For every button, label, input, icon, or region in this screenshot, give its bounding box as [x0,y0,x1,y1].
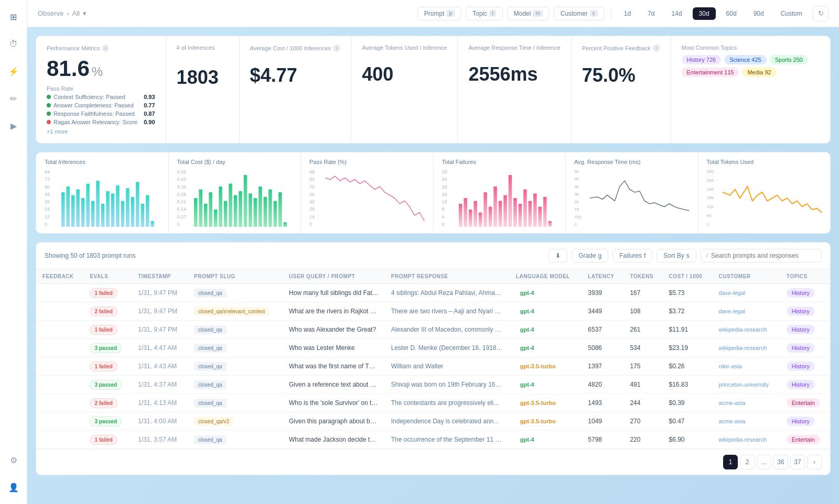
sidebar-icon-user[interactable]: 👤 [5,479,22,496]
topic-chip-entertainment[interactable]: Entertainment 115 [682,68,739,77]
cell-customer: acme-asia [713,394,780,412]
refresh-button[interactable]: ↻ [813,6,829,21]
more-evals[interactable]: +1 more [47,128,155,135]
sidebar-icon-grid[interactable]: ⊞ [5,8,22,25]
positive-feedback-label: Percent Positive Feedback i [582,45,660,52]
sidebar-icon-clock[interactable]: ⏱ [5,36,22,52]
filter-customer[interactable]: Customer c [554,7,605,20]
date-custom[interactable]: Custom [775,7,809,20]
filter-prompt[interactable]: Prompt p [417,7,461,20]
cell-slug: closed_qa [188,321,283,339]
search-input[interactable] [711,252,816,259]
table-row[interactable]: 2 failed 1/31, 9:47 PM closed_qa/irrelev… [36,302,830,321]
page-1[interactable]: 1 [723,455,738,469]
svg-rect-43 [483,192,487,227]
breadcrumb-chevron: ▾ [83,9,87,17]
avg-tokens-section: Average Tokens Used / Inference 400 [351,36,458,143]
svg-rect-17 [146,195,149,227]
date-7d[interactable]: 7d [641,7,661,20]
chart-inferences-label: Total Inferences [45,159,160,165]
cell-tokens: 108 [623,302,662,321]
eval-name-1: Context Sufficiency: Passed [53,94,125,100]
svg-rect-20 [199,190,202,227]
table-row[interactable]: 1 failed 1/31, 3:57 AM closed_qa What ma… [36,431,830,449]
cell-query: What was the first name of Thomas Attewe… [283,357,385,376]
eval-score-1: 0.93 [144,94,155,100]
svg-rect-47 [503,195,507,227]
breadcrumb-observe[interactable]: Observe [38,9,63,17]
breadcrumb: Observe › All ▾ [38,9,87,17]
cell-model: gpt-4 [510,431,582,449]
filter-topic[interactable]: Topic t [466,7,503,20]
date-1d[interactable]: 1d [618,7,637,20]
col-query: USER QUERY / PROMPT [283,269,385,284]
table-row[interactable]: 1 failed 1/31, 9:47 PM closed_qa Who was… [36,321,830,339]
svg-rect-25 [223,201,227,227]
cell-topic: History [780,321,830,339]
page-37[interactable]: 37 [790,455,805,469]
date-14d[interactable]: 14d [665,7,689,20]
eval-name-4: Ragas Answer Relevancy: Score [53,119,137,125]
cell-cost: $0.47 [662,412,712,431]
svg-rect-37 [283,222,287,227]
date-30d[interactable]: 30d [693,7,716,20]
cell-response: 4 siblings: Abdul Reza Pahlavi, Ahmad Re… [385,284,510,302]
grade-button[interactable]: Grade g [572,249,608,262]
cell-response: There are two rivers – Aaji and Nyari – … [385,302,510,321]
cell-customer: princeton-university [713,376,780,394]
cell-latency: 1397 [582,357,623,376]
table-row[interactable]: 3 passed 1/31, 4:47 AM closed_qa Who was… [36,339,830,357]
chart-pass-rate: Pass Rate (%) 988470564228140 [301,152,434,233]
table-row[interactable]: 1 failed 1/31, 4:43 AM closed_qa What wa… [36,357,830,376]
svg-rect-44 [488,207,492,227]
sidebar-icon-play[interactable]: ▶ [5,117,22,134]
cell-model: gpt-4 [510,302,582,321]
cell-query: What are the rivers in Rajkot area? [283,302,385,321]
avg-response-value: 2556ms [468,63,560,85]
topic-chip-sports[interactable]: Sports 250 [770,55,808,64]
topic-chip-history[interactable]: History 726 [682,55,722,64]
failures-button[interactable]: Failures f [612,249,652,262]
table-row[interactable]: 1 failed 1/31, 9:47 PM closed_qa How man… [36,284,830,302]
svg-rect-54 [538,207,542,227]
cell-topic: Entertain [780,431,830,449]
date-90d[interactable]: 90d [747,7,770,20]
cell-model: gpt-4 [510,376,582,394]
cell-response: Independence Day is celebrated annually … [385,412,510,431]
svg-rect-52 [528,201,532,227]
sidebar-icon-pencil[interactable]: ✏ [5,90,22,107]
topic-chip-science[interactable]: Science 425 [724,55,767,64]
date-60d[interactable]: 60d [720,7,743,20]
table-row[interactable]: 3 passed 1/31, 4:00 AM closed_qa/v3 Give… [36,412,830,431]
breadcrumb-all[interactable]: All [72,9,79,17]
col-tokens: TOKENS [623,269,662,284]
download-button[interactable]: ⬇ [548,249,567,262]
page-next[interactable]: › [807,455,822,469]
svg-rect-22 [209,192,212,227]
cell-tokens: 175 [623,357,662,376]
cell-cost: $3.72 [662,302,712,321]
dashboard: Performance Metrics i 81.6 % Pass Rate C… [27,27,839,504]
sidebar-icon-lightning[interactable]: ⚡ [5,63,22,80]
sidebar-icon-gear[interactable]: ⚙ [5,452,22,468]
page-2[interactable]: 2 [740,455,755,469]
filter-model[interactable]: Model m [507,7,550,20]
metrics-row: Performance Metrics i 81.6 % Pass Rate C… [36,36,831,144]
eval-score-3: 0.87 [144,111,155,117]
svg-rect-6 [91,201,95,227]
inferences-section: # of Inferences 1803 [166,36,240,143]
table-row[interactable]: 3 passed 1/31, 4:37 AM closed_qa Given a… [36,376,830,394]
cell-timestamp: 1/31, 4:13 AM [132,394,188,412]
svg-rect-33 [263,197,267,227]
cell-model: gpt-3.5-turbo [510,412,582,431]
sort-button[interactable]: Sort By s [657,249,696,262]
filter-customer-key: c [590,10,598,17]
pass-rate-value: 81.6 [47,56,90,81]
avg-cost-label: Average Cost / 1000 Inferences i [250,45,341,52]
page-36[interactable]: 36 [773,455,788,469]
cell-query: Who was Lester Menke [283,339,385,357]
topic-chip-media[interactable]: Media 92 [742,68,776,77]
table-row[interactable]: 2 failed 1/31, 4:13 AM closed_qa Who is … [36,394,830,412]
svg-rect-0 [61,192,65,227]
svg-rect-2 [71,195,75,227]
